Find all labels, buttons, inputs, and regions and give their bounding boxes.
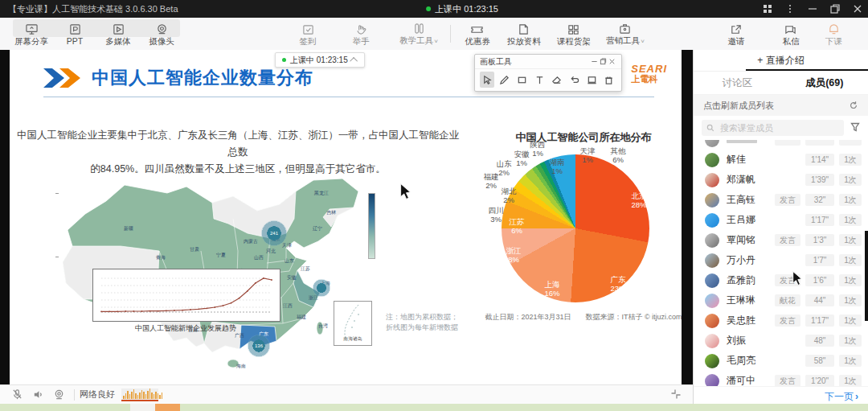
live-intro-button[interactable]: + 直播介绍 bbox=[694, 50, 868, 72]
raise-hand-button[interactable]: 举手 bbox=[339, 18, 383, 49]
ppt-button[interactable]: PPT bbox=[53, 18, 96, 49]
pie-chart-footnote: 截止日期：2021年3月31日 数据来源：IT桔子 © itjuzi.com bbox=[474, 312, 682, 323]
bottom-progress-strip bbox=[0, 404, 868, 411]
teaching-tools-button[interactable]: 教学工具˅ bbox=[392, 18, 445, 49]
media-button[interactable]: 多媒体 bbox=[96, 18, 140, 49]
clear-trash-tool[interactable] bbox=[602, 72, 616, 88]
teaching-tools-icon bbox=[412, 23, 426, 35]
marketing-tools-button[interactable]: 营销工具˅ bbox=[599, 18, 652, 49]
minimize-button[interactable] bbox=[807, 3, 818, 14]
coupon-button[interactable]: 优惠券 bbox=[456, 18, 499, 49]
panel-minimize-icon[interactable] bbox=[590, 57, 599, 66]
select-pointer-tool[interactable] bbox=[480, 72, 494, 88]
map-note: 注：地图为累积数据； 折线图为每年新增数据 bbox=[386, 312, 458, 333]
refresh-members-button[interactable]: 点击刷新成员列表 bbox=[694, 95, 868, 116]
coupon-icon bbox=[470, 23, 484, 35]
member-row[interactable]: 毛周亮 58" 1次 bbox=[694, 351, 868, 371]
sign-in-button[interactable]: 签到 bbox=[286, 18, 330, 49]
waveform-bar bbox=[135, 393, 137, 399]
pie-slice-label: 湖南 1% bbox=[543, 158, 571, 175]
search-box[interactable] bbox=[702, 120, 844, 136]
member-row[interactable]: 吴忠胜 发言 1'17" 1次 bbox=[694, 310, 868, 331]
member-row[interactable]: 覃闻铭 发言 1'3" 1次 bbox=[694, 230, 868, 250]
map-province-label: 海南 bbox=[236, 363, 246, 370]
member-row[interactable]: 解佳 1'14" 1次 bbox=[694, 150, 868, 170]
dm-icon bbox=[784, 23, 797, 35]
member-row[interactable]: 万小丹 1'7" 1次 bbox=[694, 250, 868, 270]
board-tools-header[interactable]: 画板工具 bbox=[475, 55, 621, 69]
member-row[interactable]: 孟雅韵 发言 1'6" 1次 bbox=[694, 270, 868, 290]
eraser-tool[interactable] bbox=[550, 72, 564, 88]
member-row[interactable]: 郑潇帆 1'39" 1次 bbox=[694, 170, 868, 190]
chevron-up-icon[interactable] bbox=[350, 57, 358, 65]
media-icon bbox=[112, 23, 125, 35]
shelf-button[interactable]: 课程货架 bbox=[549, 18, 599, 49]
member-name: 孟雅韵 bbox=[727, 273, 770, 287]
member-action-badge: 发言 bbox=[775, 314, 800, 327]
member-row[interactable]: 刘振 48" 1次 bbox=[694, 331, 868, 351]
member-name: 郑潇帆 bbox=[727, 173, 800, 187]
speaker-icon bbox=[32, 388, 44, 401]
search-input[interactable] bbox=[719, 122, 839, 134]
layout-grid-icon[interactable] bbox=[762, 3, 773, 14]
collapse-panel-icon[interactable] bbox=[670, 388, 682, 403]
shape-rectangle-tool[interactable] bbox=[514, 72, 529, 88]
end-class-button[interactable]: 下课 bbox=[813, 18, 855, 49]
tab-discussion[interactable]: 讨论区 bbox=[694, 72, 781, 94]
board-tools-title: 画板工具 bbox=[480, 56, 590, 68]
next-page-button[interactable]: 下一页› bbox=[825, 390, 858, 404]
waveform-bar bbox=[155, 392, 157, 399]
mic-muted-button[interactable] bbox=[6, 388, 27, 401]
member-row[interactable]: 王高钰 发言 32" 1次 bbox=[694, 190, 868, 210]
live-status-pill[interactable]: 上课中 01:23:15 bbox=[275, 52, 365, 68]
invite-button[interactable]: 邀请 bbox=[714, 18, 758, 49]
member-row[interactable]: 王吕娜 1'17" 1次 bbox=[694, 210, 868, 230]
member-row[interactable]: 潘可中 发言 1'20" 1次 bbox=[694, 371, 868, 386]
pie-slice-label: 其他 6% bbox=[604, 146, 632, 164]
board-mode-tool[interactable] bbox=[584, 72, 599, 88]
dm-button[interactable]: 私信 bbox=[769, 18, 813, 49]
undo-tool[interactable] bbox=[567, 72, 582, 88]
waveform-bar bbox=[125, 393, 127, 399]
slide-canvas[interactable]: 中国人工智能企业数量分布 SEARI 上電科 上课中 01:23:15 画板工具 bbox=[10, 50, 682, 384]
tab-members[interactable]: 成员(69) bbox=[781, 72, 868, 94]
marketing-tools-icon bbox=[618, 23, 632, 35]
filter-funnel-icon[interactable] bbox=[850, 121, 860, 135]
map-province-label: 河北 bbox=[266, 248, 276, 255]
member-name: 毛周亮 bbox=[727, 354, 800, 368]
member-row[interactable] bbox=[694, 140, 868, 150]
member-count-badge: 1次 bbox=[839, 174, 862, 186]
webcam-button[interactable] bbox=[48, 388, 69, 401]
member-search-row bbox=[694, 116, 868, 140]
member-list: 解佳 1'14" 1次 郑潇帆 1'39" 1次 王高钰 发言 32" 1次 王… bbox=[694, 140, 868, 386]
panel-close-icon[interactable] bbox=[608, 57, 616, 66]
trend-line-graphic bbox=[95, 272, 276, 317]
materials-button[interactable]: 投放资料 bbox=[499, 18, 549, 49]
more-menu-icon[interactable] bbox=[784, 3, 796, 14]
waveform-bar bbox=[145, 394, 147, 399]
member-speak-time bbox=[805, 140, 834, 146]
social-group: 邀请 私信 bbox=[714, 18, 813, 49]
camera-button[interactable]: 摄像头 bbox=[140, 18, 183, 49]
waveform-bar bbox=[143, 392, 145, 399]
text-tool[interactable] bbox=[532, 72, 547, 88]
member-row[interactable]: 王琳琳 献花 44" 1次 bbox=[694, 290, 868, 310]
map-province-label: 山东 bbox=[285, 257, 294, 265]
restore-button[interactable] bbox=[829, 3, 841, 14]
member-name bbox=[727, 140, 770, 146]
member-name: 解佳 bbox=[727, 153, 800, 166]
map-colorbar-legend bbox=[368, 193, 375, 259]
close-button[interactable] bbox=[852, 3, 863, 14]
pie-area: 北京 28% 广东 23% 上海 16% 浙江 8% 江苏 6% 四川 3% 湖… bbox=[482, 125, 682, 331]
main-toolbar: 屏幕分享 PPT 多媒体 摄像头 签到 举手 bbox=[0, 18, 868, 51]
sidebar-scrollbar-thumb[interactable] bbox=[865, 231, 868, 321]
speaker-button[interactable] bbox=[27, 388, 48, 401]
member-action-badge: 献花 bbox=[775, 294, 800, 306]
member-speak-time: 32" bbox=[805, 194, 834, 206]
pen-tool[interactable] bbox=[497, 72, 512, 88]
window-controls bbox=[762, 0, 863, 18]
screen-share-button[interactable]: 屏幕分享 bbox=[10, 18, 53, 49]
panel-restore-icon[interactable] bbox=[599, 57, 608, 66]
map-province-label: 内蒙古 bbox=[244, 238, 258, 245]
member-name: 潘可中 bbox=[727, 374, 770, 386]
